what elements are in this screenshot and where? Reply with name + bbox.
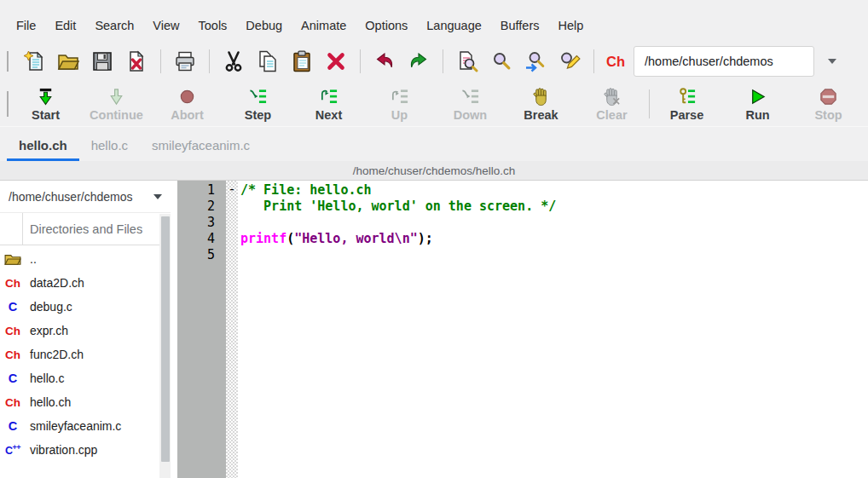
menu-edit[interactable]: Edit	[45, 14, 85, 37]
debug-run-button[interactable]: Run	[722, 87, 793, 122]
debug-button-label: Continue	[90, 108, 143, 122]
ch-file-icon: Ch	[0, 277, 26, 290]
down-icon	[460, 87, 480, 107]
code-line	[240, 215, 868, 231]
debugbar-separator	[649, 89, 650, 118]
toolbar-drag-handle[interactable]	[7, 51, 9, 72]
current-file-path: /home/chuser/chdemos/hello.ch	[353, 164, 516, 177]
debug-clear-button[interactable]: Clear	[576, 87, 647, 122]
new-file-icon[interactable]	[23, 50, 45, 72]
print-icon[interactable]	[174, 50, 196, 72]
file-row-expr-ch[interactable]: Chexpr.ch	[0, 319, 171, 343]
menu-bar: FileEditSearchViewToolsDebugAnimateOptio…	[0, 10, 868, 41]
file-name: debug.c	[26, 300, 72, 314]
cut-icon[interactable]	[223, 50, 245, 72]
debugbar-drag-handle[interactable]	[7, 91, 9, 117]
close-file-icon[interactable]	[125, 50, 148, 72]
tab-smileyfaceanim-c[interactable]: smileyfaceanim.c	[140, 130, 262, 161]
fold-collapse-marker[interactable]: -	[226, 182, 238, 199]
menu-options[interactable]: Options	[356, 14, 417, 37]
file-name: hello.c	[26, 371, 64, 385]
toolbar-separator	[443, 49, 443, 73]
code-token-comment: /* File: hello.ch	[240, 182, 372, 198]
debug-button-label: Start	[32, 108, 60, 122]
code-token-string: "Hello, world\n"	[294, 231, 418, 246]
file-row-hello-c[interactable]: Chello.c	[0, 366, 171, 390]
code-token-operator: );	[418, 231, 433, 246]
copy-icon[interactable]	[257, 50, 279, 72]
code-text-area[interactable]: /* File: hello.ch Print 'Hello, world' o…	[238, 181, 868, 478]
fold-margin: -	[226, 181, 238, 478]
toolbar-separator	[160, 49, 161, 73]
sidebar-scrollbar[interactable]	[159, 214, 171, 478]
debug-next-button[interactable]: Next	[293, 87, 364, 122]
menu-tools[interactable]: Tools	[189, 14, 237, 37]
redo-icon[interactable]	[408, 50, 430, 72]
tab-bar: hello.chhello.csmileyfaceanim.c	[0, 126, 868, 161]
menu-debug[interactable]: Debug	[236, 14, 292, 37]
file-name: ..	[26, 252, 37, 266]
ch-logo: Ch	[606, 54, 625, 70]
find-in-files-icon[interactable]	[456, 50, 478, 72]
code-token-keyword: printf	[240, 231, 286, 246]
ch-file-icon: Ch	[0, 325, 26, 337]
directory-path-input[interactable]	[634, 46, 814, 77]
file-row-data2d-ch[interactable]: Chdata2D.ch	[0, 271, 171, 295]
file-name: expr.ch	[26, 324, 68, 337]
file-row-debug-c[interactable]: Cdebug.c	[0, 295, 171, 319]
path-dropdown-arrow-icon[interactable]	[828, 59, 836, 64]
file-name: data2D.ch	[26, 276, 84, 290]
menu-view[interactable]: View	[143, 14, 188, 37]
c-file-icon: C	[0, 300, 26, 314]
file-row--[interactable]: ..	[0, 247, 171, 271]
menu-help[interactable]: Help	[548, 14, 593, 37]
debug-break-button[interactable]: Break	[506, 87, 576, 122]
debug-abort-button[interactable]: Abort	[152, 87, 223, 122]
ch-file-icon: Ch	[0, 396, 26, 409]
next-icon	[319, 87, 339, 107]
find-next-icon[interactable]	[524, 50, 547, 72]
main-area: /home/chuser/chdemos Directories and Fil…	[0, 181, 868, 478]
menu-search[interactable]: Search	[85, 14, 143, 37]
sidebar-editor-gap	[171, 181, 177, 478]
debug-button-label: Stop	[814, 108, 842, 122]
c-file-icon: C	[0, 371, 26, 385]
open-folder-icon[interactable]	[57, 50, 79, 72]
undo-icon[interactable]	[373, 50, 396, 72]
tab-hello-c[interactable]: hello.c	[79, 130, 140, 161]
find-icon[interactable]	[490, 50, 512, 72]
tab-hello-ch[interactable]: hello.ch	[7, 130, 79, 161]
debug-parse-button[interactable]: Parse	[651, 87, 722, 122]
debug-button-label: Break	[524, 108, 558, 122]
file-row-hello-ch[interactable]: Chhello.ch	[0, 390, 171, 414]
debug-start-button[interactable]: Start	[10, 87, 81, 122]
ch-file-icon: Ch	[0, 348, 26, 361]
paste-icon[interactable]	[291, 50, 313, 72]
code-line	[240, 247, 868, 263]
menu-buffers[interactable]: Buffers	[491, 14, 549, 37]
delete-icon[interactable]	[325, 50, 347, 72]
file-name: func2D.ch	[26, 348, 84, 361]
file-row-func2d-ch[interactable]: Chfunc2D.ch	[0, 343, 171, 366]
code-token-operator: (	[286, 231, 294, 246]
debug-step-button[interactable]: Step	[223, 87, 293, 122]
cpp-file-icon: C++	[0, 443, 26, 457]
main-toolbar: Ch	[0, 41, 868, 82]
run-icon	[748, 87, 767, 107]
sidebar-scrollbar-thumb[interactable]	[161, 216, 170, 462]
save-icon[interactable]	[91, 50, 113, 72]
debug-continue-button[interactable]: Continue	[81, 87, 152, 122]
menu-animate[interactable]: Animate	[292, 14, 356, 37]
directory-dropdown[interactable]: /home/chuser/chdemos	[0, 181, 171, 213]
menu-file[interactable]: File	[7, 14, 45, 37]
file-row-vibration-cpp[interactable]: C++vibration.cpp	[0, 438, 171, 462]
debug-up-button[interactable]: Up	[364, 87, 435, 122]
debug-button-label: Up	[391, 108, 408, 122]
debug-stop-button[interactable]: Stop	[793, 87, 864, 122]
directory-dropdown-value: /home/chuser/chdemos	[9, 190, 150, 204]
replace-icon[interactable]	[558, 50, 581, 72]
menu-language[interactable]: Language	[417, 14, 491, 37]
file-row-smileyfaceanim-c[interactable]: Csmileyfaceanim.c	[0, 414, 171, 438]
clear-icon	[602, 87, 622, 107]
debug-down-button[interactable]: Down	[435, 87, 506, 122]
